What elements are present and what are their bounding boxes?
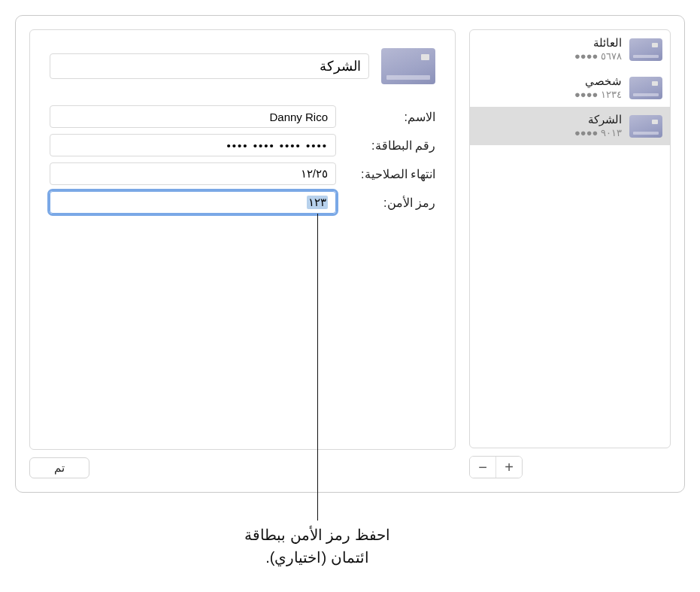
footer: تم (29, 457, 456, 478)
name-label: الاسم: (345, 110, 435, 124)
form-row-security: رمز الأمن: ١٢٣ (50, 191, 435, 214)
card-last4: ٥٦٧٨ ●●●● (477, 50, 622, 62)
callout-text: احفظ رمز الأمن ببطاقة ائتمان (اختياري). (220, 524, 415, 569)
credit-card-icon (629, 77, 662, 99)
card-number-field[interactable] (50, 134, 336, 156)
form-row-expiry: انتهاء الصلاحية: (50, 162, 435, 185)
credit-card-icon (629, 115, 662, 138)
form-row-number: رقم البطاقة: (50, 134, 435, 156)
card-meta: شخصي ١٢٣٤ ●●●● (477, 74, 622, 101)
detail-pane-wrap: الاسم: رقم البطاقة: انتهاء الصلاحية: رمز… (29, 29, 456, 478)
autofill-window: العائلة ٥٦٧٨ ●●●● شخصي ١٢٣٤ ●●●● الشركة … (15, 15, 685, 493)
card-title: العائلة (477, 36, 622, 50)
expiry-field[interactable] (50, 162, 336, 185)
card-title: الشركة (477, 113, 622, 127)
detail-header (50, 48, 435, 84)
number-label: رقم البطاقة: (345, 138, 435, 153)
remove-card-button[interactable]: − (470, 457, 495, 478)
form-row-name: الاسم: (50, 105, 435, 128)
card-meta: العائلة ٥٦٧٨ ●●●● (477, 36, 622, 62)
callout-leader-line (317, 214, 318, 521)
card-list-item[interactable]: شخصي ١٢٣٤ ●●●● (470, 68, 670, 107)
card-form: الاسم: رقم البطاقة: انتهاء الصلاحية: رمز… (50, 105, 435, 214)
card-list: العائلة ٥٦٧٨ ●●●● شخصي ١٢٣٤ ●●●● الشركة … (469, 29, 671, 448)
card-nickname-field[interactable] (50, 53, 369, 79)
security-label: رمز الأمن: (345, 196, 435, 210)
toolbar-separator (495, 457, 496, 478)
card-last4: ٩٠١٣ ●●●● (477, 127, 622, 139)
detail-pane: الاسم: رقم البطاقة: انتهاء الصلاحية: رمز… (29, 29, 456, 450)
security-code-field[interactable]: ١٢٣ (50, 191, 336, 214)
security-code-value: ١٢٣ (307, 196, 328, 209)
list-toolbar: + − (469, 456, 523, 478)
callout-line: احفظ رمز الأمن ببطاقة (220, 524, 415, 546)
credit-card-icon (629, 38, 662, 61)
card-meta: الشركة ٩٠١٣ ●●●● (477, 113, 622, 139)
callout-line: ائتمان (اختياري). (220, 546, 415, 569)
card-list-item[interactable]: العائلة ٥٦٧٨ ●●●● (470, 30, 670, 68)
card-last4: ١٢٣٤ ●●●● (477, 89, 622, 101)
done-button[interactable]: تم (29, 457, 89, 478)
card-list-item[interactable]: الشركة ٩٠١٣ ●●●● (470, 107, 670, 145)
card-title: شخصي (477, 74, 622, 89)
add-card-button[interactable]: + (496, 457, 522, 478)
expiry-label: انتهاء الصلاحية: (345, 167, 435, 181)
name-field[interactable] (50, 105, 336, 128)
credit-card-icon (381, 48, 435, 84)
sidebar: العائلة ٥٦٧٨ ●●●● شخصي ١٢٣٤ ●●●● الشركة … (469, 29, 671, 478)
